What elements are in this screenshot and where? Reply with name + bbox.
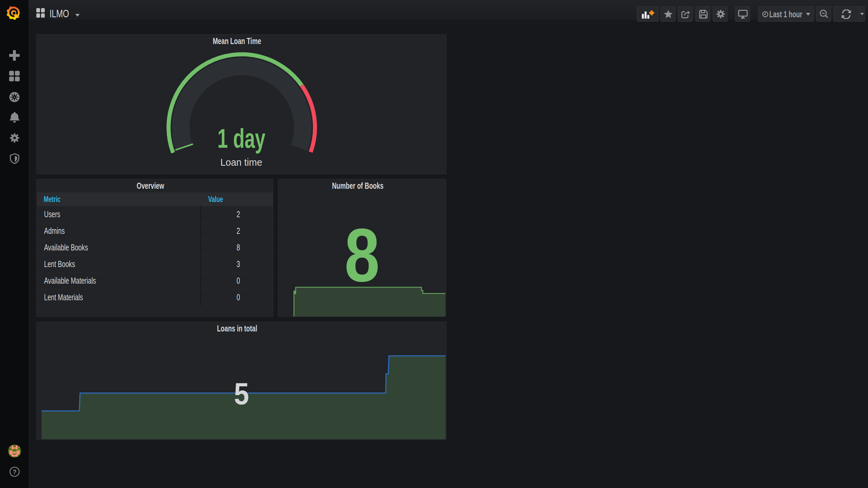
svg-text:?: ? <box>13 468 17 475</box>
